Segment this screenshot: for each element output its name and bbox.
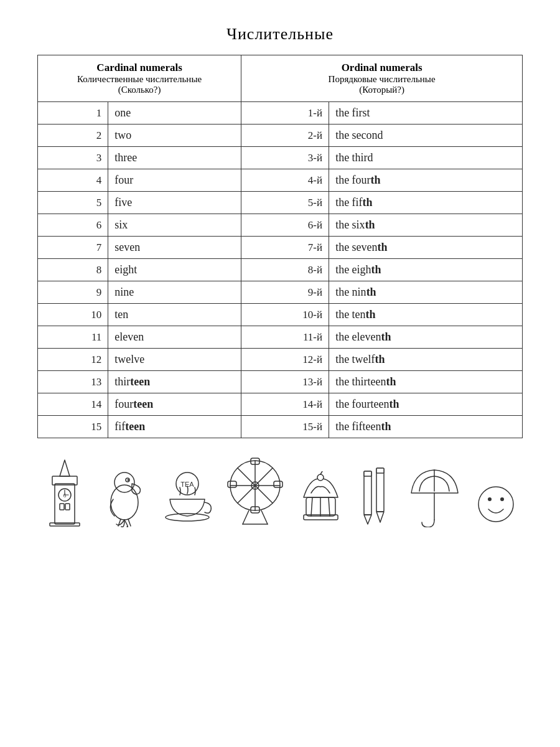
cardinal-number-cell: 13 — [38, 371, 108, 393]
table-row: 8eight8-йthe eighth — [38, 259, 523, 281]
cardinal-number-cell: 7 — [38, 237, 108, 259]
ordinal-word-cell: the tenth — [329, 304, 523, 326]
svg-point-32 — [317, 474, 324, 481]
svg-rect-42 — [376, 468, 384, 512]
ordinal-word-cell: the first — [329, 102, 523, 125]
pie-icon — [297, 471, 344, 527]
table-row: 12twelve12-йthe twelfth — [38, 349, 523, 371]
table-row: 9nine9-йthe ninth — [38, 281, 523, 304]
cardinal-number-cell: 14 — [38, 393, 108, 416]
cardinal-word-cell: six — [108, 214, 241, 237]
ordinal-word-cell: the third — [329, 147, 523, 169]
cardinal-word-cell: nine — [108, 281, 241, 304]
cardinal-number-cell: 9 — [38, 281, 108, 304]
svg-line-29 — [243, 510, 249, 524]
ordinal-number-cell: 10-й — [241, 304, 329, 326]
cardinal-title: Cardinal numerals — [43, 62, 236, 74]
ordinal-word-cell: the ninth — [329, 281, 523, 304]
cardinal-number-cell: 11 — [38, 326, 108, 349]
ordinal-word-cell: the eighth — [329, 259, 523, 281]
svg-line-30 — [261, 510, 268, 524]
cardinal-subtitle1: Количественные числительные — [43, 74, 236, 85]
cardinal-number-cell: 6 — [38, 214, 108, 237]
cardinal-header: Cardinal numerals Количественные числите… — [38, 55, 241, 102]
table-row: 2two2-йthe second — [38, 125, 523, 147]
cardinal-word-cell: eight — [108, 259, 241, 281]
ordinal-number-cell: 6-й — [241, 214, 329, 237]
ordinal-number-cell: 14-й — [241, 393, 329, 416]
cardinal-word-cell: one — [108, 102, 241, 125]
cardinal-word-cell: three — [108, 147, 241, 169]
ordinal-word-cell: the fifteenth — [329, 416, 523, 438]
svg-point-47 — [488, 497, 492, 501]
ordinal-number-cell: 15-й — [241, 416, 329, 438]
table-row: 13thirteen13-йthe thirteenth — [38, 371, 523, 393]
cardinal-number-cell: 1 — [38, 102, 108, 125]
ordinal-header: Ordinal numerals Порядковые числительные… — [241, 55, 523, 102]
cardinal-word-cell: four — [108, 169, 241, 192]
table-row: 4four4-йthe fourth — [38, 169, 523, 192]
ordinal-word-cell: the thirteenth — [329, 371, 523, 393]
svg-rect-28 — [228, 481, 236, 487]
ordinal-word-cell: the fourteenth — [329, 393, 523, 416]
numerals-table: Cardinal numerals Количественные числите… — [37, 55, 523, 438]
cardinal-number-cell: 3 — [38, 147, 108, 169]
cardinal-word-cell: two — [108, 125, 241, 147]
ordinal-number-cell: 5-й — [241, 192, 329, 214]
toucan-icon — [101, 465, 147, 527]
table-row: 15fifteen15-йthe fifteenth — [38, 416, 523, 438]
ordinal-number-cell: 4-й — [241, 169, 329, 192]
svg-line-15 — [128, 519, 131, 526]
ordinal-word-cell: the seventh — [329, 237, 523, 259]
icons-row: 6 — [37, 456, 523, 527]
cardinal-subtitle2: (Сколько?) — [43, 85, 236, 95]
svg-point-11 — [114, 472, 134, 492]
svg-rect-39 — [364, 471, 371, 515]
svg-point-18 — [166, 514, 209, 521]
table-row: 14fourteen14-йthe fourteenth — [38, 393, 523, 416]
svg-rect-44 — [376, 468, 384, 473]
table-row: 1one1-йthe first — [38, 102, 523, 125]
ordinal-title: Ordinal numerals — [246, 62, 517, 74]
svg-rect-6 — [65, 504, 70, 510]
big-ben-icon: 6 — [44, 459, 86, 527]
cardinal-word-cell: thirteen — [108, 371, 241, 393]
ordinal-subtitle1: Порядковые числительные — [246, 74, 517, 85]
cardinal-number-cell: 10 — [38, 304, 108, 326]
ordinal-number-cell: 1-й — [241, 102, 329, 125]
ordinal-word-cell: the fifth — [329, 192, 523, 214]
tea-cup-icon: TEA — [162, 465, 212, 527]
ordinal-number-cell: 3-й — [241, 147, 329, 169]
table-row: 7seven7-йthe seventh — [38, 237, 523, 259]
ordinal-word-cell: the fourth — [329, 169, 523, 192]
table-row: 3three3-йthe third — [38, 147, 523, 169]
ordinal-word-cell: the second — [329, 125, 523, 147]
svg-point-48 — [500, 497, 504, 501]
svg-point-46 — [478, 487, 513, 522]
svg-marker-43 — [376, 512, 384, 522]
cardinal-number-cell: 5 — [38, 192, 108, 214]
ordinal-number-cell: 13-й — [241, 371, 329, 393]
svg-marker-40 — [364, 515, 371, 524]
cardinal-word-cell: twelve — [108, 349, 241, 371]
cardinal-word-cell: seven — [108, 237, 241, 259]
ordinal-word-cell: the sixth — [329, 214, 523, 237]
ordinal-number-cell: 8-й — [241, 259, 329, 281]
svg-point-13 — [127, 479, 129, 481]
cardinal-number-cell: 4 — [38, 169, 108, 192]
ordinal-subtitle2: (Который?) — [246, 85, 517, 95]
table-row: 10ten10-йthe tenth — [38, 304, 523, 326]
smiley-icon — [476, 481, 516, 527]
svg-point-10 — [111, 485, 138, 520]
svg-line-33 — [320, 471, 322, 474]
ordinal-number-cell: 2-й — [241, 125, 329, 147]
svg-marker-4 — [60, 460, 70, 476]
ordinal-number-cell: 7-й — [241, 237, 329, 259]
svg-rect-41 — [364, 471, 371, 476]
table-row: 6six6-йthe sixth — [38, 214, 523, 237]
cardinal-number-cell: 12 — [38, 349, 108, 371]
ordinal-number-cell: 9-й — [241, 281, 329, 304]
table-row: 5five5-йthe fifth — [38, 192, 523, 214]
ordinal-word-cell: the eleventh — [329, 326, 523, 349]
page-title: Числительные — [226, 25, 334, 44]
